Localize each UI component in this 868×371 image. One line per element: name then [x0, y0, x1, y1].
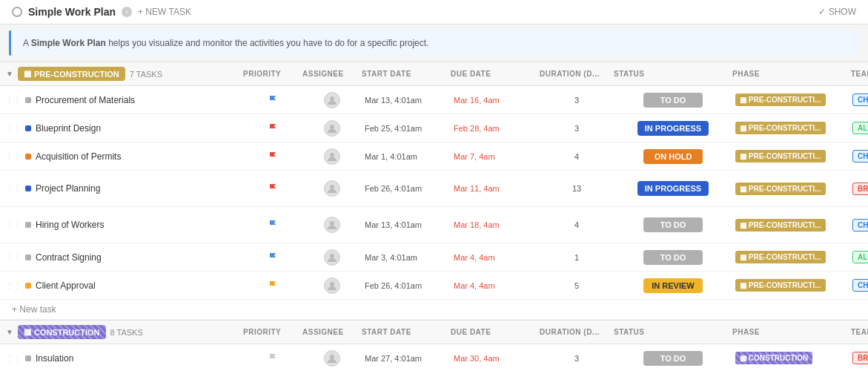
task-name[interactable]: Blueprint Design — [36, 123, 101, 134]
info-icon[interactable]: i — [122, 7, 132, 17]
due-date-cell: Mar 4, 4am — [451, 281, 540, 290]
info-banner-suffix: helps you visualize and monitor the acti… — [106, 38, 429, 48]
task-color-dot — [25, 255, 31, 260]
construction-header-left: ▼ ▦ CONSTRUCTION 8 TASKS — [6, 325, 243, 339]
avatar-container[interactable] — [324, 180, 340, 197]
drag-handle[interactable]: ⋮⋮ — [6, 354, 21, 362]
col-duration-c: DURATION (D... — [540, 328, 614, 336]
task-name[interactable]: Project Planning — [36, 183, 100, 194]
duration-cell: 3 — [540, 354, 614, 363]
drag-handle[interactable]: ⋮⋮ — [6, 221, 21, 229]
status-badge[interactable]: IN REVIEW — [643, 278, 703, 293]
page-circle-icon — [12, 7, 22, 17]
drag-handle[interactable]: ⋮⋮ — [6, 253, 21, 261]
phase-badge: ▦ PRE-CONSTRUCTI... — [735, 279, 826, 292]
status-badge[interactable]: TO DO — [643, 250, 703, 265]
main-content: ▼ ▦ PRE-CONSTRUCTION 7 TASKS PRIORITY AS… — [0, 62, 868, 371]
task-name[interactable]: Insulation — [36, 353, 73, 364]
team-tag: CHARLIE — [852, 279, 868, 292]
duration-cell: 13 — [540, 184, 614, 193]
svg-point-6 — [330, 282, 334, 286]
status-badge[interactable]: TO DO — [643, 217, 703, 232]
pre-construction-chevron[interactable]: ▼ — [6, 70, 13, 78]
new-task-header-button[interactable]: + NEW TASK — [138, 7, 191, 17]
avatar-container[interactable] — [324, 148, 340, 165]
col-status-c: STATUS — [614, 328, 732, 336]
status-badge[interactable]: IN PROGRESS — [637, 121, 709, 136]
avatar-container[interactable] — [324, 217, 340, 233]
avatar-container[interactable] — [324, 249, 340, 266]
phase-cell: ▦ PRE-CONSTRUCTI... — [732, 251, 851, 263]
team-tag: ALPHA — [852, 251, 868, 263]
priority-cell — [243, 123, 302, 134]
table-row: ⋮⋮ Acquisition of Permits Mar 1, 4:01am … — [0, 142, 868, 171]
flag-icon[interactable] — [268, 353, 277, 364]
flag-icon[interactable] — [268, 183, 277, 194]
task-name-cell: ⋮⋮ Contract Signing — [6, 248, 243, 267]
task-name-cell: ⋮⋮ Hiring of Workers — [6, 215, 243, 234]
construction-section-header: ▼ ▦ CONSTRUCTION 8 TASKS PRIORITY ASSIGN… — [0, 320, 868, 344]
table-row: ⋮⋮ Contract Signing Mar 3, 4:01am Mar 4,… — [0, 243, 868, 272]
col-teams-c: TEAMS — [851, 328, 868, 336]
info-banner-highlight: Simple Work Plan — [31, 38, 106, 48]
flag-icon[interactable] — [268, 123, 277, 134]
task-name[interactable]: Procurement of Materials — [36, 95, 135, 105]
phase-badge: ▦ PRE-CONSTRUCTI... — [735, 219, 826, 232]
svg-point-4 — [330, 221, 334, 226]
status-badge[interactable]: TO DO — [643, 93, 703, 108]
drag-handle[interactable]: ⋮⋮ — [6, 96, 21, 104]
task-name[interactable]: Client Approval — [36, 280, 96, 291]
team-tag: CHARLIE — [852, 93, 868, 106]
task-name[interactable]: Acquisition of Permits — [36, 151, 121, 162]
avatar-container[interactable] — [324, 350, 340, 367]
drag-handle[interactable]: ⋮⋮ — [6, 185, 21, 193]
duration-cell: 3 — [540, 124, 614, 133]
pre-construction-badge: ▦ PRE-CONSTRUCTION — [18, 67, 125, 81]
drag-handle[interactable]: ⋮⋮ — [6, 124, 21, 132]
teams-cell: CHARLIEBRAVO — [851, 150, 868, 162]
assignee-cell — [302, 148, 362, 165]
task-color-dot — [25, 283, 31, 289]
table-row: ⋮⋮ Project Planning Feb 26, 4:01am Mar 1… — [0, 171, 868, 207]
svg-point-7 — [330, 355, 334, 359]
drag-handle[interactable]: ⋮⋮ — [6, 281, 21, 289]
status-badge[interactable]: ON HOLD — [643, 149, 703, 164]
flag-icon[interactable] — [268, 280, 277, 291]
drag-handle[interactable]: ⋮⋮ — [6, 152, 21, 160]
task-name[interactable]: Contract Signing — [36, 252, 102, 263]
avatar-container[interactable] — [324, 278, 340, 294]
phase-badge: ▦ PRE-CONSTRUCTI... — [735, 183, 826, 195]
construction-icon: ▦ — [24, 327, 31, 337]
avatar-container[interactable] — [324, 92, 340, 108]
status-cell: ON HOLD — [614, 148, 732, 165]
teams-cell: ALPHABRAVO — [851, 122, 868, 134]
status-cell: TO DO — [614, 349, 732, 367]
task-name[interactable]: Hiring of Workers — [36, 220, 104, 230]
show-button[interactable]: ✓ SHOW — [818, 7, 856, 17]
phase-cell: ▦ PRE-CONSTRUCTI... — [732, 183, 851, 195]
due-date-cell: Mar 4, 4am — [451, 253, 540, 262]
status-badge[interactable]: IN PROGRESS — [637, 181, 709, 196]
phase-cell: ▦ CONSTRUCTION — [732, 352, 851, 364]
col-teams: TEAMS — [851, 70, 868, 78]
phase-cell: ▦ PRE-CONSTRUCTI... — [732, 122, 851, 134]
flag-icon[interactable] — [268, 151, 277, 162]
task-name-cell: ⋮⋮ Procurement of Materials — [6, 91, 243, 110]
task-name-cell: ⋮⋮ Insulation — [6, 349, 243, 368]
task-name-cell: ⋮⋮ Blueprint Design — [6, 119, 243, 138]
flag-icon[interactable] — [268, 252, 277, 263]
pre-construction-icon: ▦ — [24, 69, 31, 79]
col-status: STATUS — [614, 70, 732, 78]
col-duration: DURATION (D... — [540, 70, 614, 78]
avatar — [324, 148, 340, 165]
status-badge[interactable]: TO DO — [643, 351, 703, 366]
construction-chevron[interactable]: ▼ — [6, 328, 13, 336]
avatar-container[interactable] — [324, 120, 340, 137]
assignee-cell — [302, 92, 362, 108]
pre-construction-new-task[interactable]: + New task — [0, 300, 868, 320]
phase-badge: ▦ PRE-CONSTRUCTI... — [735, 122, 826, 134]
priority-cell — [243, 220, 302, 230]
flag-icon[interactable] — [268, 220, 277, 230]
flag-icon[interactable] — [268, 95, 277, 105]
phase-badge: ▦ PRE-CONSTRUCTI... — [735, 150, 826, 162]
